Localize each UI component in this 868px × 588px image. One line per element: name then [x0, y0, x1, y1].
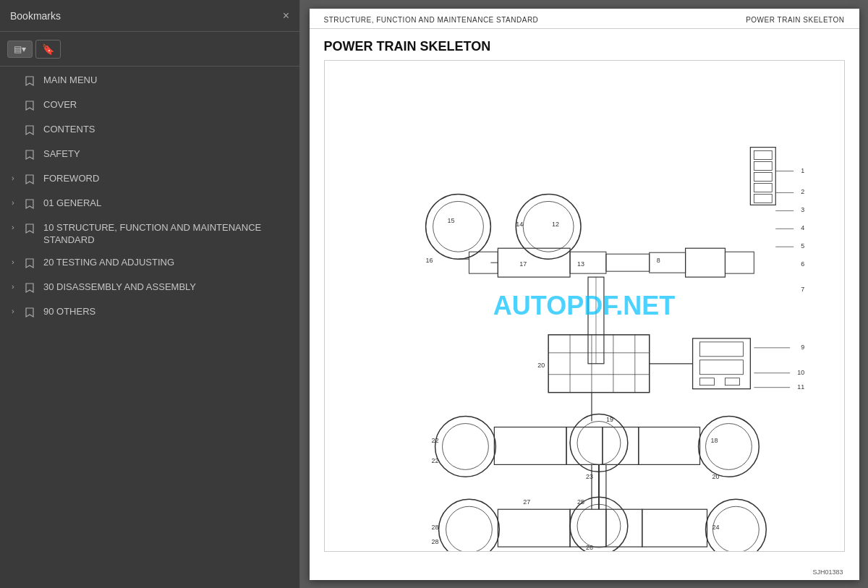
- bookmark-item-10-structure[interactable]: ›10 STRUCTURE, FUNCTION AND MAINTENANCE …: [0, 217, 299, 252]
- bookmark-list: MAIN MENU COVER CONTENTS SAFETY›FOREWORD…: [0, 67, 299, 588]
- svg-text:23: 23: [585, 473, 592, 480]
- svg-rect-45: [638, 427, 699, 464]
- svg-text:11: 11: [797, 383, 804, 390]
- svg-point-36: [435, 416, 495, 477]
- bookmark-label-30-disassembly: 30 DISASSEMBLY AND ASSEMBLY: [43, 281, 196, 294]
- svg-point-0: [425, 194, 490, 259]
- svg-rect-33: [725, 378, 739, 385]
- svg-rect-42: [494, 427, 566, 464]
- bookmark-label-10-structure: 10 STRUCTURE, FUNCTION AND MAINTENANCE S…: [43, 222, 292, 247]
- svg-rect-6: [754, 161, 772, 170]
- svg-rect-29: [692, 338, 750, 388]
- bookmark-ribbon-icon-01-general: [25, 197, 38, 212]
- svg-text:8: 8: [656, 257, 660, 264]
- sidebar-header: Bookmarks ×: [0, 0, 299, 32]
- svg-text:17: 17: [519, 260, 527, 268]
- bookmark-ribbon-icon-90-others: [25, 306, 38, 320]
- svg-text:16: 16: [425, 257, 433, 264]
- svg-point-47: [446, 506, 492, 551]
- chevron-icon-main-menu: [12, 74, 23, 75]
- svg-rect-10: [498, 248, 570, 277]
- bookmark-item-main-menu[interactable]: MAIN MENU: [0, 69, 299, 94]
- bookmark-item-contents[interactable]: CONTENTS: [0, 119, 299, 143]
- svg-rect-16: [725, 252, 754, 273]
- chevron-icon-cover: [12, 99, 23, 100]
- svg-text:22: 22: [431, 437, 438, 444]
- svg-point-40: [698, 416, 759, 477]
- svg-rect-7: [754, 172, 772, 181]
- chevron-icon-01-general: ›: [12, 197, 23, 207]
- bookmark-item-cover[interactable]: COVER: [0, 94, 299, 119]
- chevron-icon-30-disassembly: ›: [12, 281, 23, 291]
- svg-text:19: 19: [605, 415, 613, 422]
- svg-rect-13: [605, 254, 649, 271]
- bookmark-view-button[interactable]: 🔖: [35, 40, 61, 59]
- svg-rect-52: [498, 509, 570, 547]
- sidebar: Bookmarks × ▤▾ 🔖 MAIN MENU COVER CONTENT…: [0, 0, 300, 588]
- svg-text:2: 2: [801, 188, 804, 195]
- svg-rect-54: [605, 509, 642, 547]
- bookmark-label-safety: SAFETY: [43, 148, 80, 161]
- layout-icon: ▤▾: [14, 44, 26, 54]
- svg-point-2: [516, 194, 581, 259]
- svg-rect-53: [570, 509, 606, 547]
- bookmark-item-safety[interactable]: SAFETY: [0, 143, 299, 168]
- svg-rect-31: [699, 359, 743, 374]
- page-footer-code: SJH01383: [812, 568, 843, 576]
- svg-text:7: 7: [801, 286, 804, 293]
- svg-text:24: 24: [712, 524, 719, 531]
- bookmark-ribbon-icon-main-menu: [25, 74, 38, 89]
- svg-text:20: 20: [537, 361, 545, 368]
- sidebar-title: Bookmarks: [10, 10, 61, 22]
- page-header: STRUCTURE, FUNCTION AND MAINTENANCE STAN…: [310, 9, 859, 29]
- svg-text:3: 3: [801, 206, 804, 213]
- main-content: STRUCTURE, FUNCTION AND MAINTENANCE STAN…: [300, 0, 868, 588]
- svg-text:26: 26: [585, 544, 592, 551]
- svg-text:5: 5: [801, 242, 804, 250]
- page-header-right: POWER TRAIN SKELETON: [746, 16, 844, 24]
- sidebar-toolbar: ▤▾ 🔖: [0, 32, 299, 67]
- svg-point-46: [438, 499, 499, 551]
- svg-text:20: 20: [712, 473, 719, 480]
- bookmark-ribbon-icon-safety: [25, 148, 38, 163]
- chevron-icon-20-testing: ›: [12, 257, 23, 266]
- svg-point-51: [712, 506, 759, 551]
- bookmark-item-30-disassembly[interactable]: ›30 DISASSEMBLY AND ASSEMBLY: [0, 276, 299, 301]
- bookmark-ribbon-icon-contents: [25, 124, 38, 138]
- svg-text:10: 10: [797, 368, 804, 375]
- bookmark-ribbon-icon-foreword: [25, 173, 38, 187]
- diagram-area: AUTOPDF.NET: [324, 60, 845, 552]
- svg-text:28: 28: [431, 524, 438, 531]
- svg-point-3: [523, 201, 574, 252]
- close-button[interactable]: ×: [283, 10, 289, 22]
- chevron-icon-foreword: ›: [12, 173, 23, 182]
- layout-button[interactable]: ▤▾: [7, 41, 33, 58]
- svg-point-49: [577, 504, 621, 547]
- bookmark-item-foreword[interactable]: ›FOREWORD: [0, 168, 299, 192]
- svg-text:14: 14: [516, 221, 523, 228]
- bookmark-label-foreword: FOREWORD: [43, 173, 99, 185]
- svg-text:4: 4: [801, 224, 804, 231]
- bookmark-item-01-general[interactable]: ›01 GENERAL: [0, 192, 299, 217]
- chevron-icon-90-others: ›: [12, 306, 23, 315]
- bookmark-ribbon-icon-cover: [25, 99, 38, 114]
- svg-text:27: 27: [523, 498, 530, 506]
- svg-rect-30: [699, 341, 743, 356]
- svg-text:18: 18: [710, 437, 718, 444]
- svg-point-37: [442, 423, 488, 469]
- chevron-icon-safety: [12, 148, 23, 149]
- bookmark-label-01-general: 01 GENERAL: [43, 197, 101, 210]
- svg-rect-9: [754, 194, 772, 203]
- bookmark-item-20-testing[interactable]: ›20 TESTING AND ADJUSTING: [0, 252, 299, 276]
- svg-rect-5: [754, 150, 772, 159]
- bookmark-label-90-others: 90 OTHERS: [43, 306, 95, 318]
- svg-text:13: 13: [577, 260, 584, 268]
- svg-text:22: 22: [431, 457, 438, 464]
- bookmark-icon-toolbar: 🔖: [42, 43, 54, 55]
- bookmark-label-main-menu: MAIN MENU: [43, 74, 97, 87]
- svg-rect-14: [649, 252, 685, 273]
- bookmark-item-90-others[interactable]: ›90 OTHERS: [0, 301, 299, 325]
- svg-point-1: [433, 201, 483, 252]
- svg-text:9: 9: [801, 343, 804, 350]
- svg-text:28: 28: [431, 538, 438, 545]
